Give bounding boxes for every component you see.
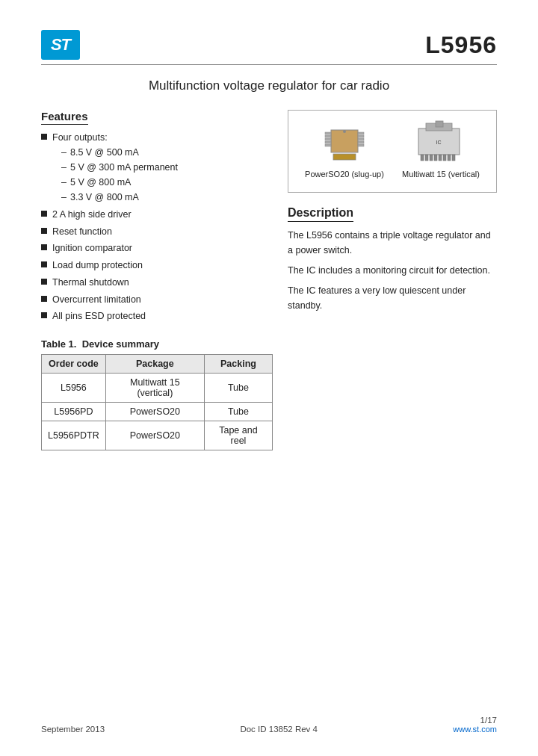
right-col: PowerSO20 (slug-up) [288, 110, 497, 450]
table-row: L5956 Multiwatt 15 (vertical) Tube [42, 374, 273, 403]
table-section: Table 1. Device summary Order code Packa… [41, 338, 273, 450]
chip-so20-svg [322, 124, 367, 163]
footer-page: 1/17 [453, 716, 497, 725]
list-item: All pins ESD protected [41, 309, 273, 323]
list-item: Load dump protection [41, 258, 273, 273]
table-cell: L5956 [42, 374, 106, 403]
svg-rect-8 [358, 138, 364, 140]
list-item: Four outputs: –8.5 V @ 500 mA –5 V @ 300… [41, 131, 273, 205]
features-title: Features [41, 110, 88, 125]
svg-rect-3 [325, 138, 331, 140]
header: ST L5956 [41, 30, 497, 60]
feature-text: Load dump protection [52, 258, 143, 273]
main-content: Features Four outputs: –8.5 V @ 500 mA –… [41, 110, 497, 450]
feature-text: 2 A high side driver [52, 208, 132, 222]
bullet-icon [41, 279, 47, 285]
svg-rect-4 [325, 141, 331, 143]
chip-image-box: PowerSO20 (slug-up) [288, 110, 497, 193]
list-item: Overcurrent limitation [41, 293, 273, 307]
bullet-icon [41, 261, 47, 267]
table-row: L5956PD PowerSO20 Tube [42, 403, 273, 421]
svg-rect-20 [439, 155, 442, 161]
feature-text: Thermal shutdown [52, 276, 129, 290]
chip-so20-img [322, 124, 367, 165]
sub-item: –5 V @ 300 mA permanent [61, 160, 178, 175]
sub-list: –8.5 V @ 500 mA –5 V @ 300 mA permanent … [61, 145, 178, 205]
feature-text: Four outputs: [52, 132, 108, 143]
desc-para-3: The IC features a very low quiescent und… [288, 283, 497, 313]
bullet-icon [41, 228, 47, 234]
sub-item: –5 V @ 800 mA [61, 175, 178, 190]
bullet-icon [41, 211, 47, 217]
footer-website: www.st.com [453, 725, 497, 734]
svg-rect-19 [434, 155, 437, 161]
svg-rect-22 [448, 155, 451, 161]
svg-rect-2 [325, 135, 331, 137]
table-cell: Multiwatt 15 (vertical) [105, 374, 204, 403]
feature-text: Overcurrent limitation [52, 293, 141, 307]
description-section: Description The L5956 contains a triple … [288, 206, 497, 313]
sub-item: –3.3 V @ 800 mA [61, 190, 178, 205]
col-header-package: Package [105, 355, 204, 374]
logo: ST [41, 30, 80, 60]
bullet-icon [41, 244, 47, 250]
features-list: Four outputs: –8.5 V @ 500 mA –5 V @ 300… [41, 131, 273, 323]
svg-rect-6 [358, 132, 364, 134]
feature-text: Ignition comparator [52, 241, 132, 255]
svg-rect-15 [436, 121, 443, 127]
svg-rect-7 [358, 135, 364, 137]
svg-rect-16 [421, 155, 424, 161]
feature-text: All pins ESD protected [52, 309, 146, 323]
footer-right: 1/17 www.st.com [453, 716, 497, 734]
desc-para-1: The L5956 contains a triple voltage regu… [288, 228, 497, 258]
table-cell: L5956PD [42, 403, 106, 421]
chip-mw15-svg: IC [415, 120, 467, 163]
description-title: Description [288, 206, 353, 222]
svg-rect-10 [358, 144, 364, 146]
sub-item: –8.5 V @ 500 mA [61, 145, 178, 160]
list-item: 2 A high side driver [41, 208, 273, 222]
left-col: Features Four outputs: –8.5 V @ 500 mA –… [41, 110, 273, 450]
svg-rect-17 [425, 155, 428, 161]
bullet-icon [41, 296, 47, 302]
footer: September 2013 Doc ID 13852 Rev 4 1/17 w… [41, 716, 497, 734]
device-table: Order code Package Packing L5956 Multiwa… [41, 354, 273, 450]
svg-rect-1 [325, 132, 331, 134]
feature-text: Reset function [52, 225, 112, 239]
doc-title: Multifunction voltage regulator for car … [41, 78, 497, 93]
table-row: L5956PDTR PowerSO20 Tape and reel [42, 421, 273, 450]
svg-rect-21 [443, 155, 446, 161]
list-item: Reset function [41, 225, 273, 239]
chip-so20-label: PowerSO20 (slug-up) [305, 170, 384, 179]
table-cell: PowerSO20 [105, 403, 204, 421]
chip-figure-mw15: IC Multiwatt 15 (vertical) [402, 120, 480, 179]
svg-point-11 [343, 130, 346, 133]
table-cell: Tube [204, 374, 272, 403]
svg-rect-18 [430, 155, 433, 161]
chip-figure-so20: PowerSO20 (slug-up) [305, 124, 384, 179]
table-cell: Tube [204, 403, 272, 421]
chip-image-row: PowerSO20 (slug-up) [296, 120, 489, 179]
svg-rect-12 [333, 154, 356, 160]
svg-rect-0 [331, 130, 358, 152]
svg-rect-5 [325, 144, 331, 146]
bullet-icon [41, 134, 47, 140]
part-number: L5956 [425, 31, 497, 59]
col-header-ordercode: Order code [42, 355, 106, 374]
list-item: Ignition comparator [41, 241, 273, 255]
table-cell: L5956PDTR [42, 421, 106, 450]
logo-text: ST [51, 35, 70, 55]
list-item: Thermal shutdown [41, 276, 273, 290]
chip-mw15-label: Multiwatt 15 (vertical) [402, 170, 480, 179]
footer-date: September 2013 [41, 725, 105, 734]
chip-mw15-img: IC [415, 120, 467, 165]
footer-docid: Doc ID 13852 Rev 4 [240, 725, 318, 734]
table-cell: PowerSO20 [105, 421, 204, 450]
header-divider [41, 64, 497, 65]
table-cell: Tape and reel [204, 421, 272, 450]
col-header-packing: Packing [204, 355, 272, 374]
page: ST L5956 Multifunction voltage regulator… [0, 0, 538, 756]
bullet-icon [41, 312, 47, 318]
svg-text:IC: IC [436, 140, 441, 145]
desc-para-2: The IC includes a monitoring circuit for… [288, 263, 497, 278]
